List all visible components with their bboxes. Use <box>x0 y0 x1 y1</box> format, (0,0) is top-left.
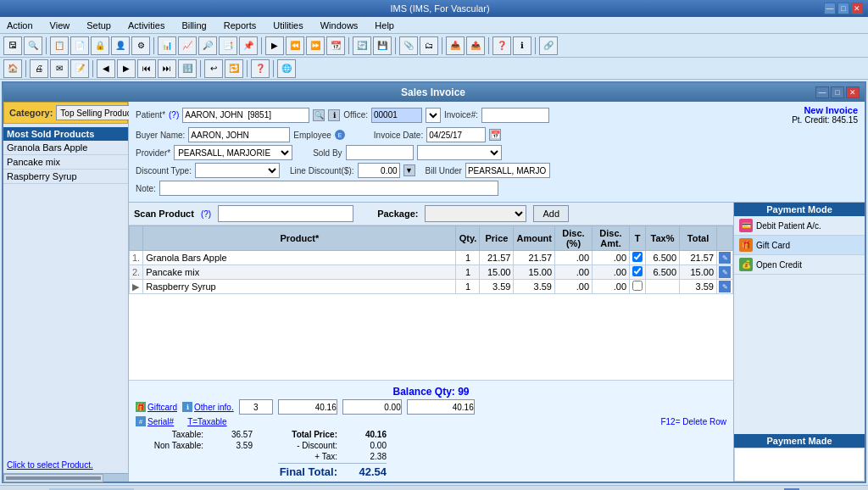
payment-open-credit-item[interactable]: 💰 Open Credit <box>734 255 865 275</box>
menu-activities[interactable]: Activities <box>125 19 168 32</box>
tb-btn-1[interactable]: 🖫 <box>3 36 22 55</box>
bill-under-input[interactable] <box>465 163 550 178</box>
tb2-btn-3[interactable]: ✉ <box>50 59 69 78</box>
row-1-total[interactable]: 21.57 <box>680 251 717 265</box>
discount-type-select[interactable] <box>195 163 280 178</box>
package-select[interactable] <box>425 205 526 222</box>
minimize-button[interactable]: — <box>824 3 836 14</box>
invoice-input[interactable] <box>481 108 549 123</box>
tb-btn-7[interactable]: ⚙ <box>131 36 150 55</box>
tb-btn-23[interactable]: ❓ <box>492 36 511 55</box>
tb-btn-19[interactable]: 📎 <box>399 36 418 55</box>
row-1-price[interactable]: 21.57 <box>480 251 514 265</box>
maximize-button[interactable]: □ <box>837 3 849 14</box>
row-3-disc-amt[interactable]: .00 <box>593 280 630 294</box>
discount-spin-icon[interactable]: ▼ <box>403 164 415 176</box>
office-input[interactable] <box>371 108 422 123</box>
row-1-qty[interactable]: 1 <box>456 251 480 265</box>
product-item-1[interactable]: Pancake mix <box>3 155 128 170</box>
patient-info-icon[interactable]: ℹ <box>328 109 340 121</box>
row-2-edit[interactable]: ✎ <box>717 265 733 280</box>
tb-btn-25[interactable]: 🔗 <box>539 36 558 55</box>
add-button[interactable]: Add <box>533 205 569 222</box>
price-total-input[interactable] <box>278 399 337 415</box>
horizontal-scrollbar[interactable] <box>3 473 128 482</box>
tb-btn-16[interactable]: 📆 <box>326 36 345 55</box>
taxable-link[interactable]: T=Taxable <box>187 417 226 426</box>
tb2-btn-11[interactable]: 🔁 <box>225 59 243 78</box>
win-close-button[interactable]: ✕ <box>846 86 860 98</box>
menu-setup[interactable]: Setup <box>83 19 114 32</box>
menu-billing[interactable]: Billing <box>178 19 209 32</box>
employee-icon[interactable]: E <box>335 130 345 140</box>
patient-input[interactable] <box>182 108 309 123</box>
row-3-edit[interactable]: ✎ <box>717 280 733 294</box>
invoice-date-input[interactable] <box>426 127 486 142</box>
row-2-tax[interactable]: 6.500 <box>646 265 680 280</box>
product-item-0[interactable]: Granola Bars Apple <box>3 141 128 155</box>
win-maximize-button[interactable]: □ <box>831 86 844 98</box>
grand-total-input[interactable] <box>407 399 475 415</box>
row-2-amount[interactable]: 15.00 <box>514 265 555 280</box>
tb-btn-18[interactable]: 💾 <box>373 36 392 55</box>
row-2-disc-pct[interactable]: .00 <box>555 265 593 280</box>
tb-btn-17[interactable]: 🔄 <box>353 36 371 55</box>
row-2-qty[interactable]: 1 <box>456 265 480 280</box>
tb-btn-9[interactable]: 📈 <box>178 36 197 55</box>
row-2-total[interactable]: 15.00 <box>680 265 717 280</box>
tb-btn-24[interactable]: ℹ <box>513 36 531 55</box>
menu-help[interactable]: Help <box>371 19 398 32</box>
menu-utilities[interactable]: Utilities <box>270 19 306 32</box>
tb2-btn-1[interactable]: 🏠 <box>3 59 22 78</box>
sold-by-input[interactable] <box>346 145 414 160</box>
tb-btn-10[interactable]: 🔎 <box>198 36 217 55</box>
row-1-amount[interactable]: 21.57 <box>514 251 555 265</box>
note-input[interactable] <box>159 181 498 196</box>
tb2-btn-13[interactable]: 🌐 <box>277 59 296 78</box>
row-2-price[interactable]: 15.00 <box>480 265 514 280</box>
tb-btn-20[interactable]: 🗂 <box>420 36 438 55</box>
tb2-btn-12[interactable]: ❓ <box>251 59 270 78</box>
row-1-checked[interactable] <box>630 251 646 265</box>
giftcard-link[interactable]: Giftcard <box>147 403 177 412</box>
row-3-price[interactable]: 3.59 <box>480 280 514 294</box>
tb-btn-14[interactable]: ⏪ <box>286 36 304 55</box>
row-2-checked[interactable] <box>630 265 646 280</box>
payment-debit-item[interactable]: 💳 Debit Patient A/c. <box>734 216 865 236</box>
tb2-btn-8[interactable]: ⏭ <box>158 59 176 78</box>
menu-action[interactable]: Action <box>3 19 36 32</box>
tb-btn-21[interactable]: 📥 <box>446 36 465 55</box>
provider-select[interactable]: PEARSALL, MARJORIE <box>174 145 292 160</box>
new-invoice-button[interactable]: New Invoice <box>553 105 858 115</box>
tb2-btn-5[interactable]: ◀ <box>97 59 115 78</box>
win-minimize-button[interactable]: — <box>815 86 829 98</box>
tb-btn-11[interactable]: 📑 <box>219 36 237 55</box>
tb2-btn-7[interactable]: ⏮ <box>137 59 156 78</box>
row-1-disc-pct[interactable]: .00 <box>555 251 593 265</box>
tb-btn-3[interactable]: 📋 <box>50 36 69 55</box>
serial-link[interactable]: Serial# <box>147 417 174 426</box>
row-3-total[interactable]: 3.59 <box>680 280 717 294</box>
buyer-input[interactable] <box>188 127 290 142</box>
menu-windows[interactable]: Windows <box>317 19 362 32</box>
tb2-btn-4[interactable]: 📝 <box>70 59 89 78</box>
row-3-amount[interactable]: 3.59 <box>514 280 555 294</box>
product-item-2[interactable]: Raspberry Syrup <box>3 170 128 184</box>
row-1-product[interactable]: Granola Bars Apple <box>143 251 456 265</box>
menu-view[interactable]: View <box>47 19 74 32</box>
row-1-disc-amt[interactable]: .00 <box>593 251 630 265</box>
row-3-product[interactable]: Raspberry Syrup <box>143 280 456 294</box>
patient-question[interactable]: (?) <box>169 110 179 120</box>
other-info-link[interactable]: Other info. <box>194 403 234 412</box>
discount-total-input[interactable] <box>342 399 402 415</box>
calendar-icon[interactable]: 📅 <box>489 129 501 141</box>
row-2-disc-amt[interactable]: .00 <box>593 265 630 280</box>
row-1-edit[interactable]: ✎ <box>717 251 733 265</box>
tb-btn-12[interactable]: 📌 <box>239 36 258 55</box>
line-discount-input[interactable] <box>358 163 400 178</box>
row-3-checked[interactable] <box>630 280 646 294</box>
tb-btn-2[interactable]: 🔍 <box>24 36 42 55</box>
tb2-btn-6[interactable]: ▶ <box>117 59 136 78</box>
scan-input[interactable] <box>218 205 353 222</box>
sold-by-select[interactable] <box>417 145 502 160</box>
